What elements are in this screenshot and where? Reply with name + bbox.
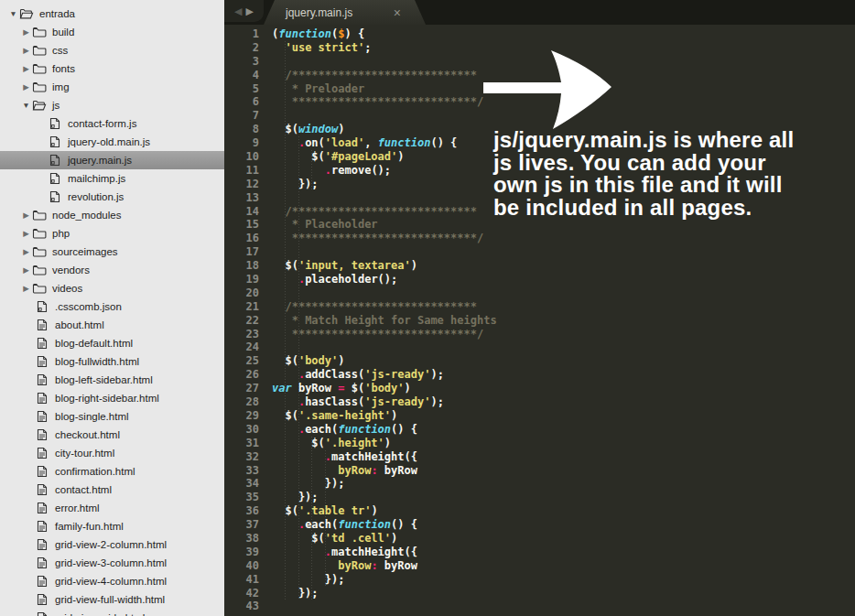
sidebar-item-blog-right-sidebar-html[interactable]: blog-right-sidebar.html xyxy=(0,389,224,407)
code-line[interactable]: 39 .matchHeight({ xyxy=(224,546,855,559)
code-text: $('.height') xyxy=(259,437,391,450)
sidebar-item-about-html[interactable]: about.html xyxy=(0,316,224,334)
code-line[interactable]: 33 byRow: byRow xyxy=(224,464,855,478)
sidebar-item-city-tour-html[interactable]: city-tour.html xyxy=(0,444,224,462)
sidebar-item-fonts[interactable]: ▶fonts xyxy=(0,59,224,78)
sidebar-item-mailchimp-js[interactable]: mailchimp.js xyxy=(0,169,224,188)
nav-back-icon[interactable]: ◀ xyxy=(234,6,242,16)
code-text: byRow: byRow xyxy=(259,559,417,573)
code-text: }); xyxy=(259,477,344,491)
code-text xyxy=(259,191,272,205)
sidebar-item-error-html[interactable]: error.html xyxy=(0,499,224,517)
file-code-icon xyxy=(48,190,62,204)
code-line[interactable]: 31 $('.height') xyxy=(224,437,855,450)
line-number: 18 xyxy=(224,259,259,273)
sidebar-item-grid-view-3-column-html[interactable]: grid-view-3-column.html xyxy=(0,554,224,572)
sidebar-item-build[interactable]: ▶build xyxy=(0,23,224,41)
sidebar-item-blog-fullwidth-html[interactable]: blog-fullwidth.html xyxy=(0,352,224,371)
code-line[interactable]: 30 .each(function() { xyxy=(224,423,855,437)
line-number: 35 xyxy=(224,491,259,504)
disclosure-collapsed-icon[interactable]: ▶ xyxy=(20,224,32,243)
sidebar-item-csscomb-json[interactable]: .csscomb.json xyxy=(0,297,224,316)
sidebar-item-blog-default-html[interactable]: blog-default.html xyxy=(0,334,224,352)
code-line[interactable]: 38 $('td .cell') xyxy=(224,532,855,546)
sidebar-item-css[interactable]: ▶css xyxy=(0,41,224,59)
sidebar-item-grid-view-wide-html[interactable]: grid-view-wide.html xyxy=(0,609,224,616)
code-line[interactable]: 25 $('body') xyxy=(224,354,855,368)
code-line[interactable]: 22 * Match Height for Same heights xyxy=(224,314,855,328)
indent-guide xyxy=(325,450,326,587)
item-label: grid-view-2-column.html xyxy=(55,539,167,550)
item-label: node_modules xyxy=(52,210,121,221)
line-number: 12 xyxy=(224,178,259,191)
sidebar-item-contact-form-js[interactable]: contact-form.js xyxy=(0,114,224,133)
code-line[interactable]: 41 }); xyxy=(224,573,855,587)
sidebar-item-entrada[interactable]: ▼entrada xyxy=(0,5,224,23)
item-label: grid-view-3-column.html xyxy=(55,557,167,568)
code-line[interactable]: 1(function($) { xyxy=(224,27,855,41)
sidebar-item-blog-left-sidebar-html[interactable]: blog-left-sidebar.html xyxy=(0,371,224,389)
code-text xyxy=(259,340,272,354)
code-line[interactable]: 36 $('.table tr') xyxy=(224,504,855,518)
code-line[interactable]: 40 byRow: byRow xyxy=(224,559,855,573)
line-number: 28 xyxy=(224,395,259,409)
sidebar-item-grid-view-2-column-html[interactable]: grid-view-2-column.html xyxy=(0,535,224,554)
file-html-icon xyxy=(35,483,49,497)
sidebar-item-family-fun-html[interactable]: family-fun.html xyxy=(0,517,224,535)
code-line[interactable]: 23 ****************************/ xyxy=(224,328,855,341)
folder-icon xyxy=(32,62,47,76)
line-number: 38 xyxy=(224,532,259,546)
sidebar-item-jquery-old-main-js[interactable]: jquery-old.main.js xyxy=(0,133,224,151)
disclosure-collapsed-icon[interactable]: ▶ xyxy=(20,279,32,297)
code-line[interactable]: 32 .matchHeight({ xyxy=(224,450,855,464)
code-line[interactable]: 20 xyxy=(224,286,855,300)
code-line[interactable]: 42 }); xyxy=(224,587,855,600)
sidebar-item-contact-html[interactable]: contact.html xyxy=(0,481,224,499)
code-line[interactable]: 34 }); xyxy=(224,477,855,491)
code-line[interactable]: 28 .hasClass('js-ready'); xyxy=(224,395,855,409)
sidebar-item-node-modules[interactable]: ▶node_modules xyxy=(0,206,224,224)
sidebar-item-checkout-html[interactable]: checkout.html xyxy=(0,426,224,444)
disclosure-collapsed-icon[interactable]: ▶ xyxy=(20,23,32,41)
disclosure-collapsed-icon[interactable]: ▶ xyxy=(20,41,32,59)
disclosure-expanded-icon[interactable]: ▼ xyxy=(7,5,19,23)
disclosure-collapsed-icon[interactable]: ▶ xyxy=(20,261,32,279)
sidebar-item-jquery-main-js[interactable]: jquery.main.js xyxy=(0,151,224,169)
sidebar-item-grid-view-full-width-html[interactable]: grid-view-full-width.html xyxy=(0,590,224,609)
code-line[interactable]: 37 .each(function() { xyxy=(224,518,855,532)
disclosure-expanded-icon[interactable]: ▼ xyxy=(20,96,32,114)
disclosure-collapsed-icon[interactable]: ▶ xyxy=(20,243,32,261)
tab-close-icon[interactable]: × xyxy=(394,6,401,19)
sidebar-item-blog-single-html[interactable]: blog-single.html xyxy=(0,407,224,426)
code-line[interactable]: 29 $('.same-height') xyxy=(224,409,855,423)
code-text: /**************************** xyxy=(259,300,477,314)
sidebar-item-videos[interactable]: ▶videos xyxy=(0,279,224,297)
sidebar-item-php[interactable]: ▶php xyxy=(0,224,224,243)
sidebar-item-sourceimages[interactable]: ▶sourceimages xyxy=(0,243,224,261)
code-line[interactable]: 26 .addClass('js-ready'); xyxy=(224,368,855,382)
code-line[interactable]: 19 .placeholder(); xyxy=(224,273,855,286)
sidebar-item-grid-view-4-column-html[interactable]: grid-view-4-column.html xyxy=(0,572,224,590)
sidebar-item-revolution-js[interactable]: revolution.js xyxy=(0,188,224,206)
code-line[interactable]: 18 $('input, textarea') xyxy=(224,259,855,273)
code-line[interactable]: 16 ****************************/ xyxy=(224,232,855,245)
code-line[interactable]: 21 /**************************** xyxy=(224,300,855,314)
tab-jquery-main-js[interactable]: jquery.main.js × xyxy=(264,0,426,25)
disclosure-collapsed-icon[interactable]: ▶ xyxy=(20,59,32,78)
code-line[interactable]: 35 }); xyxy=(224,491,855,504)
sidebar: ▼entrada▶build▶css▶fonts▶img▼jscontact-f… xyxy=(0,0,224,616)
disclosure-collapsed-icon[interactable]: ▶ xyxy=(20,78,32,96)
code-line[interactable]: 17 xyxy=(224,245,855,259)
sidebar-item-js[interactable]: ▼js xyxy=(0,96,224,114)
disclosure-collapsed-icon[interactable]: ▶ xyxy=(20,206,32,224)
code-line[interactable]: 24 xyxy=(224,340,855,354)
code-line[interactable]: 43 xyxy=(224,600,855,613)
code-line[interactable]: 27var byRow = $('body') xyxy=(224,382,855,395)
code-line[interactable]: 15 * Placeholder xyxy=(224,218,855,232)
sidebar-item-vendors[interactable]: ▶vendors xyxy=(0,261,224,279)
sidebar-item-img[interactable]: ▶img xyxy=(0,78,224,96)
sidebar-item-confirmation-html[interactable]: confirmation.html xyxy=(0,462,224,481)
line-number: 22 xyxy=(224,314,259,328)
code-text: .each(function() { xyxy=(259,518,417,532)
nav-forward-icon[interactable]: ▶ xyxy=(246,6,254,16)
